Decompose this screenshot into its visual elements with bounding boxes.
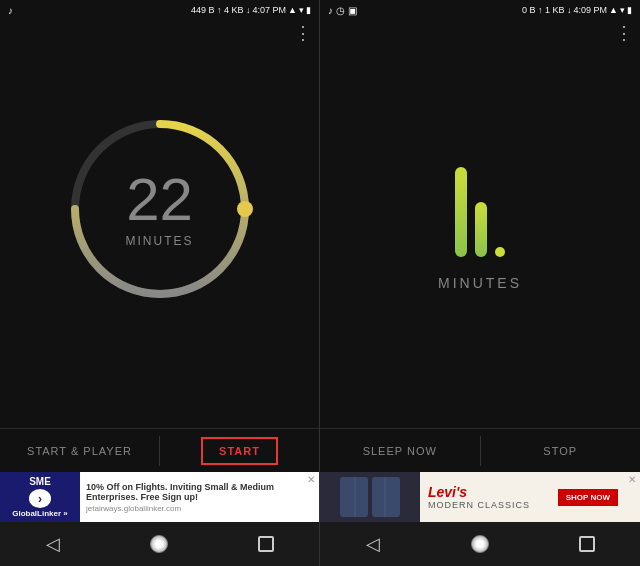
back-button-left[interactable]: ◁	[38, 529, 68, 559]
app-container: ♪ 449 B ↑ 4 KB ↓ 4:07 PM ▲ ▾ ▮ ⋮	[0, 0, 640, 566]
time-right: 4:09 PM	[574, 5, 608, 15]
battery-icon-right: ▮	[627, 5, 632, 15]
status-bar-left: ♪ 449 B ↑ 4 KB ↓ 4:07 PM ▲ ▾ ▮	[0, 0, 319, 20]
ad-brand: SME	[29, 476, 51, 487]
music-icon: ♪	[8, 5, 13, 16]
main-content-left: 22 MINUTES	[0, 20, 319, 428]
recents-button-right[interactable]	[572, 529, 602, 559]
ad-content-left: 10% Off on Flights. Inviting Small & Med…	[80, 478, 303, 517]
ad-arrow[interactable]: ›	[29, 489, 51, 508]
time-left: 4:07 PM	[253, 5, 287, 15]
status-right-left-icons: ♪ ◷ ▣	[328, 5, 357, 16]
dot-indicator	[495, 247, 505, 257]
music-icon-right: ♪	[328, 5, 333, 16]
status-right-right-info: 0 B ↑ 1 KB ↓ 4:09 PM ▲ ▾ ▮	[522, 5, 632, 15]
screen-left: ♪ 449 B ↑ 4 KB ↓ 4:07 PM ▲ ▾ ▮ ⋮	[0, 0, 320, 566]
main-content-right: MINUTES	[320, 20, 640, 428]
screen-right: ♪ ◷ ▣ 0 B ↑ 1 KB ↓ 4:09 PM ▲ ▾ ▮ ⋮ MINUT…	[320, 0, 640, 566]
back-icon-right: ◁	[366, 533, 380, 555]
nav-bar-left: ◁	[0, 522, 319, 566]
menu-button-right[interactable]: ⋮	[615, 24, 632, 42]
bar-1	[455, 167, 467, 257]
recents-button-left[interactable]	[251, 529, 281, 559]
battery-icon: ▮	[306, 5, 311, 15]
ad-banner-right: Levi's MODERN CLASSICS SHOP NOW ✕	[320, 472, 640, 522]
wifi-icon: ▾	[299, 5, 304, 15]
bar-2	[475, 202, 487, 257]
recents-icon-left	[258, 536, 274, 552]
timer-display: 22 MINUTES	[126, 170, 194, 248]
status-left-icons: ♪	[8, 5, 13, 16]
timer-label-right: MINUTES	[438, 275, 522, 291]
svg-point-2	[237, 201, 253, 217]
levis-text: Levi's MODERN CLASSICS	[420, 480, 558, 514]
home-icon-right	[471, 535, 489, 553]
svg-rect-5	[372, 477, 400, 517]
svg-rect-4	[340, 477, 368, 517]
bottom-bar-right: SLEEP NOW STOP	[320, 428, 640, 472]
home-button-right[interactable]	[465, 529, 495, 559]
sleep-now-button[interactable]: SLEEP NOW	[320, 429, 480, 472]
status-bar-right: ♪ ◷ ▣ 0 B ↑ 1 KB ↓ 4:09 PM ▲ ▾ ▮	[320, 0, 640, 20]
wifi-icon-right: ▾	[620, 5, 625, 15]
ad-url: jetairways.globallinker.com	[86, 504, 297, 513]
shop-now-button[interactable]: SHOP NOW	[558, 489, 618, 506]
clock-icon: ◷	[336, 5, 345, 16]
ad-close-btn-right[interactable]: ✕	[624, 472, 640, 487]
signal-icon-right: ▲	[609, 5, 618, 15]
bars-visualization	[455, 137, 505, 257]
ad-logo-left: SME › GlobalLinker »	[0, 472, 80, 522]
ad-text-main: 10% Off on Flights. Inviting Small & Med…	[86, 482, 297, 502]
ad-subbrand: GlobalLinker »	[12, 509, 68, 518]
start-player-button[interactable]: START & PLAYER	[0, 429, 159, 472]
ad-close-btn-left[interactable]: ✕	[303, 472, 319, 487]
nav-bar-right: ◁	[320, 522, 640, 566]
timer-value: 22	[126, 170, 194, 230]
back-button-right[interactable]: ◁	[358, 529, 388, 559]
ad-banner-left: SME › GlobalLinker » 10% Off on Flights.…	[0, 472, 319, 522]
timer-circle: 22 MINUTES	[60, 109, 260, 309]
start-btn-label[interactable]: START	[201, 437, 278, 465]
stop-button[interactable]: STOP	[481, 429, 641, 472]
data-usage: 449 B ↑ 4 KB ↓	[191, 5, 251, 15]
timer-label-left: MINUTES	[126, 234, 194, 248]
menu-button-left[interactable]: ⋮	[294, 24, 311, 42]
image-icon: ▣	[348, 5, 357, 16]
data-usage-right: 0 B ↑ 1 KB ↓	[522, 5, 572, 15]
recents-icon-right	[579, 536, 595, 552]
levis-image	[320, 472, 420, 522]
svg-rect-3	[320, 472, 420, 522]
signal-icon: ▲	[288, 5, 297, 15]
bottom-bar-left: START & PLAYER START	[0, 428, 319, 472]
levis-bg-svg	[320, 472, 420, 522]
status-right-info: 449 B ↑ 4 KB ↓ 4:07 PM ▲ ▾ ▮	[191, 5, 311, 15]
home-icon-left	[150, 535, 168, 553]
levis-brand-label: Levi's	[428, 484, 550, 500]
home-button-left[interactable]	[144, 529, 174, 559]
levis-tagline-label: MODERN CLASSICS	[428, 500, 550, 510]
back-icon-left: ◁	[46, 533, 60, 555]
start-button[interactable]: START	[160, 429, 319, 472]
